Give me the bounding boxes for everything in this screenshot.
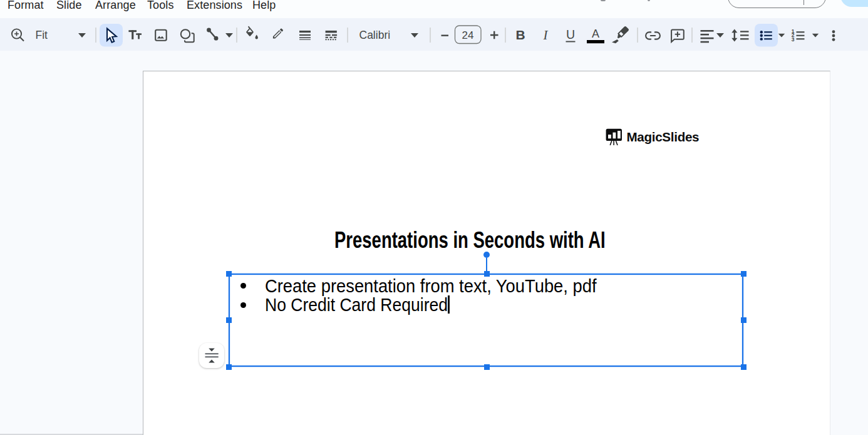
svg-text:24: 24 xyxy=(462,29,474,41)
svg-text:B: B xyxy=(515,28,525,42)
svg-text:Fit: Fit xyxy=(36,29,48,41)
svg-text:U: U xyxy=(566,28,575,41)
svg-text:I: I xyxy=(543,28,549,43)
svg-text:A: A xyxy=(592,28,599,40)
svg-text:MagicSlides: MagicSlides xyxy=(627,130,700,144)
svg-text:3: 3 xyxy=(792,36,795,43)
svg-text:Calibri: Calibri xyxy=(359,29,391,41)
